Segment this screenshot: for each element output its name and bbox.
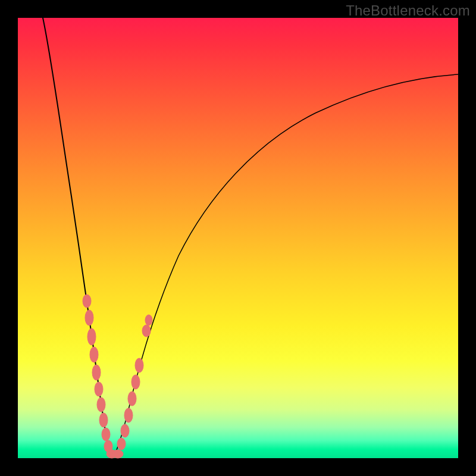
marker-dot xyxy=(87,328,96,345)
marker-dot xyxy=(124,408,133,422)
marker-dot xyxy=(117,438,126,450)
marker-dot xyxy=(128,392,136,406)
marker-dot xyxy=(131,375,140,389)
marker-dot xyxy=(102,428,110,441)
marker-dot xyxy=(142,325,151,337)
chart-frame: TheBottleneck.com xyxy=(0,0,476,476)
marker-dot xyxy=(99,413,108,427)
plot-area xyxy=(18,18,458,458)
marker-dot xyxy=(92,365,101,380)
curve-right-branch xyxy=(113,74,458,458)
marker-dot xyxy=(135,358,143,372)
marker-cluster xyxy=(83,295,152,458)
marker-dot xyxy=(97,397,105,412)
marker-dot xyxy=(112,450,123,458)
marker-dot xyxy=(83,295,91,308)
marker-dot xyxy=(95,382,103,396)
watermark-text: TheBottleneck.com xyxy=(346,2,470,19)
marker-dot xyxy=(145,315,152,325)
curve-layer xyxy=(18,18,458,458)
marker-dot xyxy=(85,310,93,325)
marker-dot xyxy=(90,347,98,362)
marker-dot xyxy=(121,424,129,437)
